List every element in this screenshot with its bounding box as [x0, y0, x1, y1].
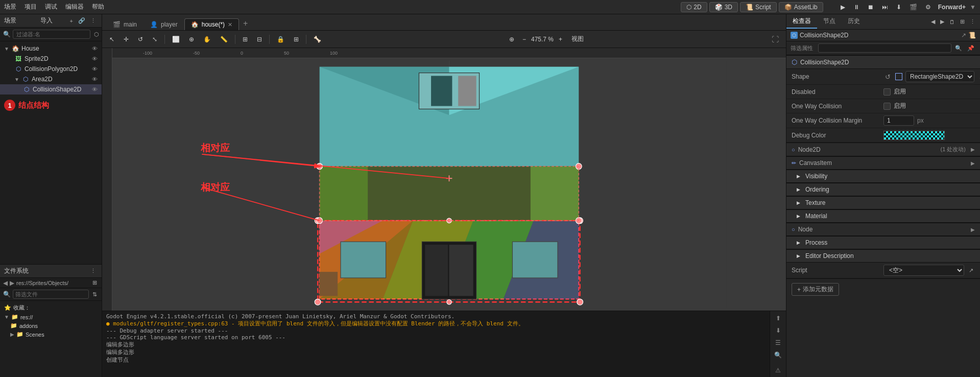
scene-link-btn[interactable]: 🔗 — [77, 17, 87, 25]
view-btn[interactable]: 视图 — [568, 34, 587, 44]
menu-scene[interactable]: 场景 — [4, 3, 16, 11]
eye-icon-house[interactable]: 👁 — [92, 45, 98, 52]
fs-grid-btn[interactable]: ⊞ — [91, 279, 99, 287]
stop-button[interactable]: ⏹ — [865, 3, 877, 12]
vp-ruler-btn[interactable]: 📏 — [217, 35, 231, 44]
inspector-pin-btn[interactable]: 📌 — [966, 44, 976, 52]
material-section[interactable]: ▶ Material — [786, 209, 980, 223]
tab-player[interactable]: 👤 player — [144, 18, 184, 30]
tab-main[interactable]: 🎬 main — [106, 18, 144, 30]
scene-add-btn[interactable]: + — [68, 17, 75, 25]
vp-rotate-btn[interactable]: ↺ — [135, 35, 146, 44]
render-mode-dropdown[interactable]: ▼ — [970, 4, 976, 11]
mode-2d-button[interactable]: ⬡ 2D — [681, 2, 707, 12]
vp-scale-btn[interactable]: ⤡ — [149, 35, 160, 44]
eye-icon-cpoly[interactable]: 👁 — [92, 66, 98, 72]
import-label[interactable]: 导入 — [40, 16, 53, 25]
vp-pivot-btn[interactable]: ⊕ — [186, 35, 197, 44]
menu-help[interactable]: 帮助 — [92, 3, 104, 11]
canvasitem-section[interactable]: ✏ CanvasItem ▶ — [786, 156, 980, 170]
one-way-checkbox[interactable] — [883, 103, 891, 110]
texture-section[interactable]: ▶ Texture — [786, 196, 980, 209]
debug-color-preview[interactable] — [883, 131, 945, 140]
expand-class-btn[interactable]: ↗ — [961, 32, 966, 39]
tree-item-house[interactable]: ▼ 🏠 House 👁 — [0, 43, 102, 54]
script-expand-btn[interactable]: ↗ — [967, 267, 975, 274]
tab-house[interactable]: 🏠 house(*) ✕ — [184, 18, 239, 30]
vp-pan-btn[interactable]: ✋ — [200, 35, 214, 44]
add-meta-btn[interactable]: + 添加元数据 — [792, 283, 839, 296]
vp-lock-btn[interactable]: 🔒 — [274, 35, 288, 44]
inspector-tab-inspector[interactable]: 检查器 — [786, 15, 817, 29]
inspector-tab-node[interactable]: 节点 — [817, 15, 842, 29]
zoom-crosshair[interactable]: ⊕ — [506, 35, 517, 44]
menu-debug[interactable]: 调试 — [45, 3, 57, 11]
process-section[interactable]: ▶ Process — [786, 236, 980, 249]
fs-sort-btn[interactable]: ⇅ — [91, 291, 99, 298]
collision-shape-section[interactable]: ⬡ CollisionShape2D — [786, 55, 980, 69]
zoom-minus[interactable]: − — [519, 35, 529, 44]
tree-item-collisionshape2d[interactable]: ⬡ CollisionShape2D 👁 — [0, 84, 102, 95]
fs-item-scenes[interactable]: ▶ 📁 Scenes — [0, 330, 102, 339]
zoom-plus[interactable]: + — [556, 35, 565, 44]
play-button[interactable]: ▶ — [838, 3, 848, 12]
inspector-file-btn[interactable]: 🗒 — [948, 18, 957, 26]
inspector-more-btn[interactable]: ⋮ — [968, 18, 977, 26]
class-script-btn[interactable]: 📜 — [968, 32, 976, 39]
console-icon-error[interactable]: ⚠ — [772, 364, 784, 376]
scene-more-btn[interactable]: ⋮ — [89, 17, 98, 25]
vp-rect-btn[interactable]: ⬜ — [169, 35, 183, 44]
tree-item-sprite2d[interactable]: 🖼 Sprite2D 👁 — [0, 54, 102, 64]
vp-snap-btn[interactable]: ⊞ — [240, 35, 251, 44]
tree-item-area2d[interactable]: ▼ ⬡ Area2D 👁 — [0, 74, 102, 84]
vp-grid-btn[interactable]: ⊟ — [254, 35, 265, 44]
mode-assetlib-button[interactable]: 📦 AssetLib — [779, 2, 823, 12]
play-scene-button[interactable]: ⏭ — [879, 3, 891, 12]
tree-item-collisionpolygon2d[interactable]: ⬡ CollisionPolygon2D 👁 — [0, 64, 102, 74]
editor-desc-section[interactable]: ▶ Editor Description — [786, 249, 980, 263]
eye-icon-cshape[interactable]: 👁 — [92, 86, 98, 92]
inspector-search-btn[interactable]: 🔍 — [953, 44, 964, 52]
console-icon-download[interactable]: ⬇ — [772, 325, 784, 336]
play-custom-button[interactable]: ⬇ — [893, 3, 904, 12]
vp-group-btn[interactable]: ⊞ — [291, 35, 302, 44]
fs-filter-input[interactable] — [13, 290, 89, 299]
shape-expand-btn[interactable]: ↗ — [977, 73, 980, 81]
breadcrumb-fwd[interactable]: ▶ — [10, 279, 14, 287]
menu-project[interactable]: 项目 — [25, 3, 37, 11]
settings-button[interactable]: ⚙ — [922, 3, 934, 12]
tab-close-house[interactable]: ✕ — [228, 21, 232, 28]
inspector-layout-btn[interactable]: ⊞ — [959, 18, 966, 26]
fs-item-addons[interactable]: 📁 addons — [0, 321, 102, 330]
shape-reset-btn[interactable]: ↺ — [883, 73, 892, 81]
scene-filter-options-btn[interactable]: ⬡ — [92, 31, 101, 38]
mode-3d-button[interactable]: 🎲 3D — [709, 2, 738, 12]
eye-icon-area2d[interactable]: 👁 — [92, 76, 98, 82]
script-select[interactable]: <空> — [883, 265, 964, 276]
vp-select-btn[interactable]: ↖ — [106, 35, 117, 44]
eye-icon-sprite2d[interactable]: 👁 — [92, 56, 98, 62]
console-icon-upload[interactable]: ⬆ — [772, 313, 784, 323]
tab-add-btn[interactable]: + — [239, 17, 252, 30]
disabled-checkbox[interactable] — [883, 88, 891, 96]
menu-editor[interactable]: 编辑器 — [65, 3, 84, 11]
node2d-section[interactable]: ○ Node2D (1 处改动) ▶ — [786, 143, 980, 156]
scene-filter-input[interactable] — [13, 30, 90, 39]
fs-item-res[interactable]: ▼ 📁 res:// — [0, 313, 102, 321]
vp-bone-btn[interactable]: 🦴 — [310, 35, 324, 44]
console-icon-search[interactable]: 🔍 — [772, 350, 784, 360]
viewport[interactable]: -100 -50 0 50 100 — [102, 48, 786, 311]
inspector-fwd-btn[interactable]: ▶ — [939, 18, 946, 26]
ordering-section[interactable]: ▶ Ordering — [786, 183, 980, 196]
node-section[interactable]: ○ Node ▶ — [786, 223, 980, 236]
console-icon-list[interactable]: ☰ — [772, 338, 784, 348]
visibility-section[interactable]: ▶ Visibility — [786, 170, 980, 183]
one-way-margin-input[interactable] — [883, 115, 914, 126]
fs-more-btn[interactable]: ⋮ — [89, 267, 98, 275]
mode-script-button[interactable]: 📜 Script — [740, 2, 777, 12]
pause-button[interactable]: ⏸ — [850, 3, 863, 12]
vp-move-btn[interactable]: ✛ — [121, 35, 132, 44]
breadcrumb-back[interactable]: ◀ — [3, 279, 8, 287]
shape-select[interactable]: RectangleShape2D — [905, 71, 974, 82]
inspector-filter-input[interactable] — [818, 43, 951, 53]
